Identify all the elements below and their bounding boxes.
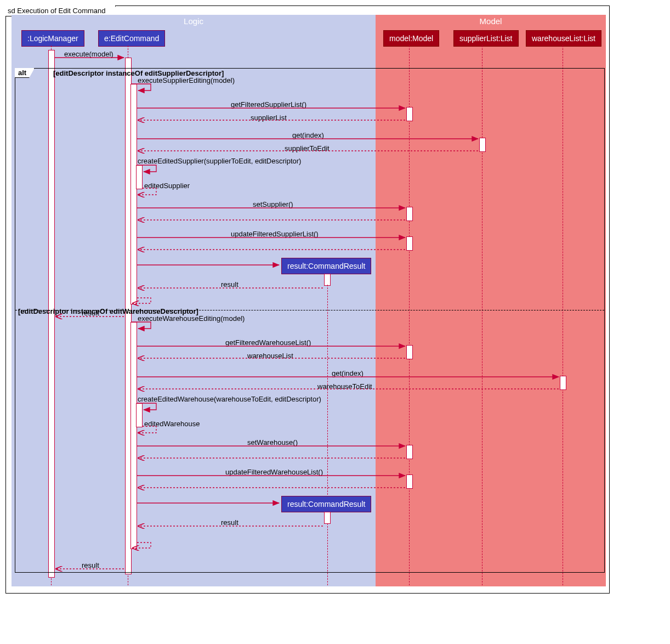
logic-manager-header: :LogicManager: [21, 30, 84, 47]
supplier-list-header: supplierList:List: [453, 30, 519, 47]
msg-edited-warehouse: editedWarehouse: [144, 420, 200, 428]
msg-get-filtered-warehouse: getFilteredWarehouseList(): [225, 338, 311, 347]
msg-execute-supplier: executeSupplierEditing(model): [138, 76, 235, 84]
msg-execute: execute(model): [64, 50, 113, 58]
msg-create-edited-warehouse: createEditedWarehouse(warehouseToEdit, e…: [138, 395, 321, 403]
alt-frame: alt: [15, 68, 605, 573]
msg-warehouse-to-edit: warehouseToEdit: [317, 382, 372, 391]
msg-update-filtered-supplier: updateFilteredSupplierList(): [231, 230, 319, 238]
msg-result-1: result: [221, 280, 239, 289]
msg-set-warehouse: setWarehouse(): [247, 438, 298, 447]
model-header: model:Model: [383, 30, 439, 47]
msg-edited-supplier: editedSupplier: [144, 182, 190, 190]
msg-update-filtered-warehouse: updateFilteredWarehouseList(): [225, 468, 323, 476]
msg-supplier-to-edit: supplierToEdit: [285, 144, 330, 152]
model-package-title: Model: [376, 15, 605, 27]
logic-package-title: Logic: [12, 15, 375, 27]
msg-set-supplier: setSupplier(): [253, 200, 293, 208]
msg-get-filtered-supplier: getFilteredSupplierList(): [231, 100, 306, 109]
msg-warehouse-list: warehouseList: [247, 352, 293, 360]
edit-command-header: e:EditCommand: [98, 30, 165, 47]
alt-label: alt: [15, 68, 35, 78]
msg-supplier-list: supplierList: [251, 114, 287, 122]
msg-result-1b: result: [82, 309, 99, 317]
warehouse-list-header: warehouseList:List: [526, 30, 601, 47]
msg-result-2: result: [221, 518, 239, 527]
sequence-diagram: sd Execution of Edit Command Logic Model…: [5, 5, 610, 594]
msg-result-2b: result: [82, 561, 99, 569]
msg-execute-warehouse: executeWarehouseEditing(model): [138, 314, 245, 323]
msg-get-index-2: get(index): [332, 369, 364, 377]
msg-get-index-1: get(index): [292, 131, 324, 139]
msg-create-edited-supplier: createEditedSupplier(supplierToEdit, edi…: [138, 157, 301, 165]
